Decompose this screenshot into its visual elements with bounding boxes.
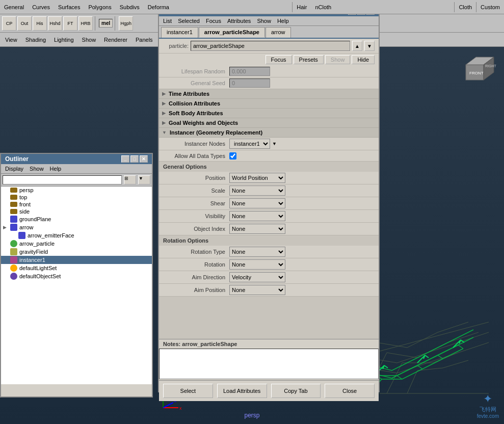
attr-menu-attributes[interactable]: Attributes [224,17,254,25]
outliner-item-gravity[interactable]: gravityField [1,248,152,256]
attr-menu-selected[interactable]: Selected [175,17,203,25]
outliner-content: persp top front side groundPlane ▶ arrow [1,187,152,384]
show-button[interactable]: Show [325,55,351,64]
particle-row: particle: ▲ ▼ [159,39,379,54]
section-softbody-attributes[interactable]: ▶ Soft Body Attributes [159,109,379,118]
outliner-menu-help[interactable]: Help [47,165,65,173]
particle-input[interactable] [191,41,350,51]
outliner-item-arrow-particle[interactable]: arrow_particle [1,240,152,248]
attr-menu-help[interactable]: Help [274,17,292,25]
outliner-item-front[interactable]: front [1,201,152,208]
focus-button[interactable]: Focus [266,55,292,64]
attr-content-scroll[interactable]: Lifespan Random General Seed ▶ Time Attr… [159,66,379,339]
outliner-menu-display[interactable]: Display [2,165,26,173]
aim-position-select[interactable]: None [229,285,285,295]
outliner-menu: Display Show Help [1,164,152,174]
position-select[interactable]: World Position None [229,173,285,183]
scale-select[interactable]: None [229,186,285,196]
lifespan-random-label: Lifespan Random [163,68,229,74]
menu-panels[interactable]: Panels [132,36,156,44]
tab-arrow[interactable]: arrow [266,27,291,38]
object-index-select[interactable]: None [229,224,285,234]
outliner-minimize[interactable]: _ [121,155,129,163]
outliner-item-lightset[interactable]: defaultLightSet [1,264,152,272]
outliner-item-groundplane[interactable]: groundPlane [1,215,152,223]
allow-data-types-checkbox[interactable] [229,152,236,160]
menu-show[interactable]: Show [79,36,99,44]
object-index-label: Object Index [163,226,229,232]
outliner-maximize[interactable]: □ [130,155,139,163]
outliner-search-input[interactable] [3,175,122,184]
outliner-item-top[interactable]: top [1,194,152,201]
toolbar-btn-his[interactable]: His [33,16,47,31]
tab-custom[interactable]: Custom [476,2,504,12]
attr-menu-focus[interactable]: Focus [203,17,224,25]
toolbar-btn-out[interactable]: Out [17,16,32,31]
menu-general[interactable]: General [0,2,28,12]
outliner-item-instancer[interactable]: instancer1 [1,256,152,264]
close-button[interactable]: Close [325,384,375,398]
scale-row: Scale None [159,184,379,197]
visibility-select[interactable]: None [229,211,285,221]
menu-lighting[interactable]: Lighting [51,36,77,44]
section-instancer[interactable]: ▼ Instancer (Geometry Replacement) [159,128,379,138]
tab-instancer1[interactable]: instancer1 [161,27,198,38]
outliner-item-arrow-emitter[interactable]: arrow_emitterFace [1,231,152,240]
outliner-options-btn[interactable]: ▼ [138,175,150,184]
section-time-attributes[interactable]: ▶ Time Attributes [159,89,379,99]
presets-button[interactable]: Presets [294,55,324,64]
particle-btn-down[interactable]: ▼ [364,41,375,51]
section-time-arrow: ▶ [162,91,166,96]
outliner-item-persp[interactable]: persp [1,187,152,194]
tab-cloth[interactable]: Cloth [454,2,476,12]
particle-label: particle: [163,43,189,49]
attr-menu-list[interactable]: List [160,17,175,25]
select-button[interactable]: Select [163,384,213,398]
outliner-item-side[interactable]: side [1,208,152,215]
menu-polygons[interactable]: Polygons [84,2,115,12]
instancer-nodes-label: Instancer Nodes [163,141,229,147]
hide-button[interactable]: Hide [352,55,375,64]
outliner-close[interactable]: ✕ [140,155,148,163]
section-collision-attributes[interactable]: ▶ Collision Attributes [159,99,379,109]
outliner-item-arrow[interactable]: ▶ arrow [1,223,152,231]
toolbar-btn-hgph[interactable]: Hgph [119,16,133,31]
tab-hair[interactable]: Hair [292,2,311,12]
notes-textarea[interactable] [159,349,379,379]
general-options-header: General Options [159,162,379,172]
svg-text:x: x [179,406,182,411]
menu-view[interactable]: View [2,36,20,44]
particle-btn-up[interactable]: ▲ [352,41,362,51]
outliner-filter-btn[interactable]: ⊞ [124,175,136,184]
section-goal-weights[interactable]: ▶ Goal Weights and Objects [159,118,379,128]
shear-select[interactable]: None [229,198,285,208]
copy-tab-button[interactable]: Copy Tab [271,384,321,398]
load-attributes-button[interactable]: Load Attributes [217,384,267,398]
svg-text:FRONT: FRONT [469,71,484,75]
menu-deforma[interactable]: Deforma [144,2,173,12]
rotation-select[interactable]: None [229,259,285,270]
outliner-menu-show[interactable]: Show [26,165,47,173]
general-seed-label: General Seed [163,80,229,86]
menu-shading[interactable]: Shading [22,36,49,44]
focus-presets-row: Focus Presets Show Hide [159,54,379,66]
menu-renderer[interactable]: Renderer [101,36,130,44]
aim-direction-select[interactable]: Velocity None [229,272,285,282]
position-label: Position [163,175,229,181]
outliner-item-objectset[interactable]: defaultObjectSet [1,272,152,280]
tab-ncloth[interactable]: nCloth [311,2,335,12]
tab-arrow-particle-shape[interactable]: arrow_particleShape [199,27,265,38]
menu-curves[interactable]: Curves [28,2,54,12]
rotation-type-select[interactable]: None [229,247,285,257]
svg-line-7 [459,340,461,343]
menu-surfaces[interactable]: Surfaces [54,2,84,12]
outliner-win-controls: _ □ ✕ [121,155,148,163]
toolbar-btn-cp[interactable]: CP [2,16,16,31]
toolbar-btn-hrb[interactable]: HRB [78,16,93,31]
toolbar-btn-hshd[interactable]: Hshd [48,16,62,31]
toolbar-btn-ft[interactable]: FT [63,16,77,31]
attr-menu-show[interactable]: Show [254,17,274,25]
instancer-nodes-select[interactable]: instancer1 [229,139,270,149]
persp-label: persp [244,412,259,419]
menu-subdivs[interactable]: Subdivs [116,2,144,12]
